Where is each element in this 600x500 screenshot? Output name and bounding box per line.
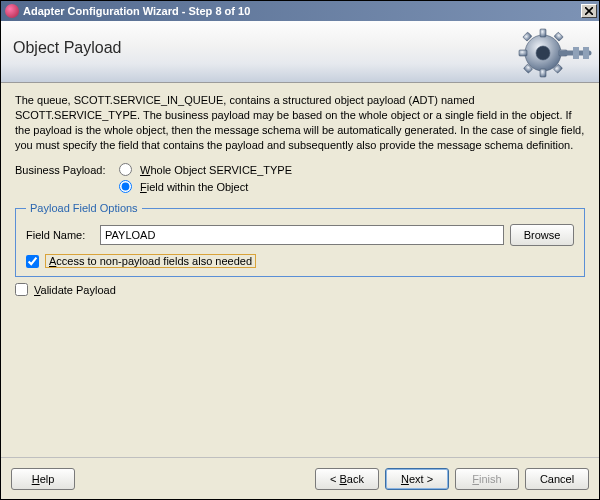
business-payload-row-2: Field within the Object [15,179,585,194]
svg-rect-1 [540,29,546,37]
gear-icon [515,25,593,81]
help-button[interactable]: Help [11,468,75,490]
radio-whole-object-input[interactable] [119,163,132,176]
page-title: Object Payload [13,39,122,57]
finish-button: Finish [455,468,519,490]
next-button[interactable]: Next > [385,468,449,490]
svg-rect-11 [573,47,579,59]
payload-field-options-group: Payload Field Options Field Name: Browse… [15,202,585,277]
back-button[interactable]: < Back [315,468,379,490]
svg-rect-2 [540,69,546,77]
banner: Object Payload [1,21,599,83]
body: The queue, SCOTT.SERVICE_IN_QUEUE, conta… [1,83,599,457]
titlebar: Adapter Configuration Wizard - Step 8 of… [1,1,599,21]
validate-payload-checkbox[interactable]: Validate Payload [15,283,585,296]
access-nonpayload-label: Access to non-payload fields also needed [45,254,256,268]
radio-field-within[interactable]: Field within the Object [119,179,248,194]
wizard-window: Adapter Configuration Wizard - Step 8 of… [0,0,600,500]
svg-rect-3 [519,50,527,56]
window-title: Adapter Configuration Wizard - Step 8 of… [23,5,581,17]
radio-whole-object[interactable]: Whole Object SERVICE_TYPE [119,162,292,177]
business-payload-row-1: Business Payload: Whole Object SERVICE_T… [15,162,585,177]
validate-payload-input[interactable] [15,283,28,296]
access-nonpayload-checkbox[interactable]: Access to non-payload fields also needed [26,254,574,268]
radio-field-within-label: Field within the Object [140,181,248,193]
browse-button[interactable]: Browse [510,224,574,246]
business-payload-label: Business Payload: [15,164,119,176]
cancel-button[interactable]: Cancel [525,468,589,490]
svg-point-9 [536,46,550,60]
svg-rect-12 [583,47,589,59]
payload-field-options-legend: Payload Field Options [26,202,142,214]
radio-field-within-input[interactable] [119,180,132,193]
radio-whole-object-label: Whole Object SERVICE_TYPE [140,164,292,176]
footer: Help < Back Next > Finish Cancel [1,457,599,499]
access-nonpayload-input[interactable] [26,255,39,268]
validate-payload-label: Validate Payload [34,284,116,296]
field-name-input[interactable] [100,225,504,245]
close-icon[interactable] [581,4,597,18]
app-icon [5,4,19,18]
field-name-label: Field Name: [26,229,94,241]
description-text: The queue, SCOTT.SERVICE_IN_QUEUE, conta… [15,93,585,152]
field-name-row: Field Name: Browse [26,224,574,246]
